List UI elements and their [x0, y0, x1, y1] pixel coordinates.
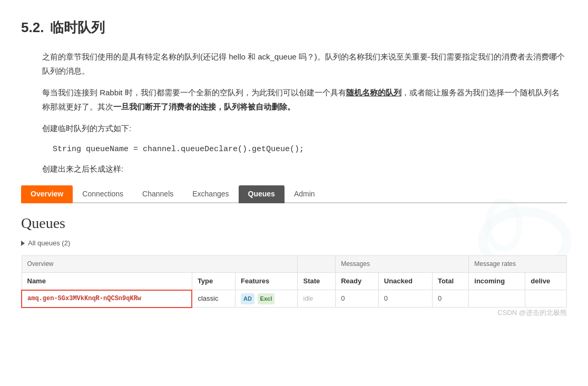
state-label: idle [303, 295, 313, 302]
group-header-message-rates: Message rates [469, 256, 567, 272]
expand-arrow-icon [21, 241, 25, 246]
col-total: Total [432, 272, 468, 290]
paragraph-4: 创建出来之后长成这样: [42, 162, 567, 176]
queue-type-cell: classic [192, 290, 235, 308]
badge-excl: Excl [258, 293, 275, 304]
bold-disconnect-text: 一旦我们断开了消费者的连接，队列将被自动删除。 [113, 102, 295, 111]
paragraph-2: 每当我们连接到 Rabbit 时，我们都需要一个全新的空队列，为此我们可以创建一… [42, 85, 567, 114]
col-state: State [298, 272, 336, 290]
table-group-header-row: Overview Messages Message rates [22, 256, 567, 272]
section-heading: 5.2. 临时队列 [21, 16, 567, 39]
tab-connections[interactable]: Connections [73, 185, 133, 203]
queue-incoming-cell [469, 290, 525, 308]
section-title-text: 临时队列 [50, 16, 105, 39]
col-name: Name [22, 272, 192, 290]
queue-features-cell: AD Excl [236, 290, 298, 308]
underline-random-queue: 随机名称的队列 [346, 88, 401, 97]
section-number: 5.2. [21, 16, 44, 39]
col-incoming: incoming [469, 272, 525, 290]
col-unacked: Unacked [378, 272, 432, 290]
tab-overview[interactable]: Overview [21, 185, 73, 203]
col-deliver: delive [525, 272, 567, 290]
queue-total-cell: 0 [432, 290, 468, 308]
queues-table: Overview Messages Message rates Name Typ… [21, 255, 567, 308]
code-snippet: String queueName = channel.queueDeclare(… [53, 143, 567, 156]
tab-admin[interactable]: Admin [285, 185, 325, 203]
group-header-overview: Overview [22, 256, 298, 272]
queue-deliver-cell [525, 290, 567, 308]
all-queues-label: All queues (2) [28, 237, 70, 249]
all-queues-toggle[interactable]: All queues (2) [21, 237, 567, 249]
badge-ad: AD [241, 293, 254, 304]
paragraph-1: 之前的章节我们使用的是具有特定名称的队列(还记得 hello 和 ack_que… [42, 50, 567, 78]
queue-name-cell[interactable]: amq.gen-SGx3MVkKnqR-nQCSn9qKRw [22, 290, 192, 308]
tab-exchanges[interactable]: Exchanges [183, 185, 238, 203]
table-col-header-row: Name Type Features State Ready Unacked T… [22, 272, 567, 290]
tab-queues[interactable]: Queues [239, 185, 285, 203]
table-row: amq.gen-SGx3MVkKnqR-nQCSn9qKRw classic A… [22, 290, 567, 308]
queues-heading: Queues [21, 211, 567, 236]
group-header-state-blank [298, 256, 336, 272]
col-features: Features [236, 272, 298, 290]
group-header-messages: Messages [336, 256, 469, 272]
tab-channels[interactable]: Channels [133, 185, 183, 203]
csdn-watermark: CSDN @进击的北极熊 [497, 307, 567, 319]
queue-state-cell: idle [298, 290, 336, 308]
col-ready: Ready [336, 272, 379, 290]
queue-ready-cell: 0 [336, 290, 379, 308]
queue-unacked-cell: 0 [378, 290, 432, 308]
col-type: Type [192, 272, 235, 290]
paragraph-3: 创建临时队列的方式如下: [42, 121, 567, 135]
